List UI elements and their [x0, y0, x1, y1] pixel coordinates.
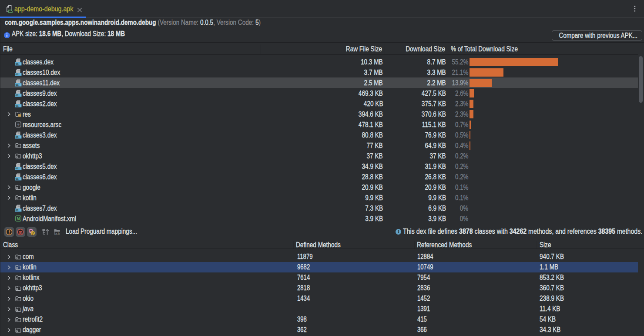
svg-text:01: 01: [16, 104, 19, 107]
svg-text:01: 01: [16, 62, 19, 65]
svg-text:01: 01: [16, 135, 19, 138]
svg-text:01: 01: [16, 177, 19, 180]
svg-text:01: 01: [16, 83, 19, 86]
svg-text:01: 01: [16, 94, 19, 97]
svg-text:m: m: [19, 230, 23, 235]
svg-text:?: ?: [17, 122, 20, 127]
svg-text:01: 01: [16, 208, 19, 212]
svg-text:a.b: a.b: [55, 232, 60, 235]
svg-text:01: 01: [16, 73, 19, 76]
svg-text:M: M: [17, 216, 20, 221]
svg-text:01: 01: [16, 167, 19, 170]
